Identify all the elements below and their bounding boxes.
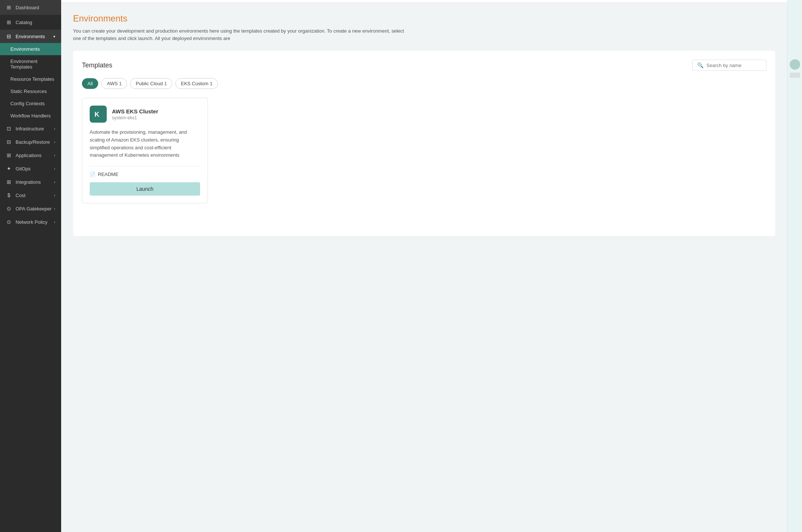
main-content: Environments You can create your develop… — [61, 0, 787, 532]
sidebar-item-infrastructure[interactable]: ⊡ Infrastructure › — [0, 122, 61, 135]
environments-label: Environments — [16, 34, 45, 39]
filter-tab-eks-custom[interactable]: EKS Custom 1 — [175, 78, 218, 89]
chevron-right-icon: › — [54, 180, 55, 184]
filter-tabs: All AWS 1 Public Cloud 1 EKS Custom 1 — [82, 78, 766, 89]
filter-tab-all[interactable]: All — [82, 78, 98, 89]
page-description: You can create your development and prod… — [73, 27, 407, 42]
sidebar-item-network-policy[interactable]: ⊙ Network Policy › — [0, 215, 61, 229]
search-box[interactable]: 🔍 — [692, 60, 766, 71]
card-title-group: AWS EKS Cluster system-eks1 — [112, 108, 158, 120]
card-description: Automate the provisioning, management, a… — [90, 129, 200, 159]
sidebar-item-backup-restore[interactable]: ⊟ Backup/Restore › — [0, 135, 61, 149]
search-icon: 🔍 — [697, 62, 703, 68]
dashboard-icon: ⊞ — [6, 4, 12, 10]
gitops-icon: ✦ — [6, 166, 12, 172]
templates-section: Templates 🔍 All AWS 1 Public Cloud 1 — [73, 51, 775, 236]
readme-icon: 📄 — [90, 172, 96, 177]
template-card: K AWS EKS Cluster system-eks1 Automate t… — [82, 98, 208, 203]
chevron-right-icon: › — [54, 167, 55, 171]
filter-tab-public-cloud[interactable]: Public Cloud 1 — [130, 78, 172, 89]
chevron-right-icon: › — [54, 153, 55, 157]
card-logo: K — [90, 106, 107, 123]
sidebar-item-environments[interactable]: Environments — [0, 43, 61, 55]
card-divider — [90, 166, 200, 166]
card-header: K AWS EKS Cluster system-eks1 — [90, 106, 200, 123]
sidebar-item-label: Dashboard — [16, 5, 39, 10]
filter-tab-aws[interactable]: AWS 1 — [101, 78, 127, 89]
sidebar-item-cost[interactable]: $ Cost › — [0, 189, 61, 202]
infrastructure-icon: ⊡ — [6, 126, 12, 132]
sidebar-item-gitops[interactable]: ✦ GitOps › — [0, 162, 61, 175]
chevron-right-icon: › — [54, 140, 55, 144]
chevron-right-icon: › — [54, 193, 55, 197]
sidebar-item-applications[interactable]: ⊞ Applications › — [0, 149, 61, 162]
right-panel-circle — [790, 59, 800, 70]
integrations-icon: ⊞ — [6, 179, 12, 185]
sidebar-item-catalog[interactable]: ⊞ Catalog — [0, 15, 61, 30]
svg-text:K: K — [95, 111, 99, 118]
sidebar-item-environment-templates[interactable]: Environment Templates — [0, 55, 61, 73]
sidebar-item-config-contexts[interactable]: Config Contexts — [0, 97, 61, 110]
environments-icon: ⊟ — [6, 33, 12, 39]
right-panel — [787, 0, 802, 532]
content-area: Environments You can create your develop… — [61, 3, 787, 532]
card-subtitle: system-eks1 — [112, 115, 158, 120]
launch-button[interactable]: Launch — [90, 182, 200, 196]
search-input[interactable] — [706, 63, 762, 68]
cost-icon: $ — [6, 192, 12, 198]
sidebar-item-opa-gatekeeper[interactable]: ⊙ OPA Gatekeeper › — [0, 202, 61, 215]
backup-icon: ⊟ — [6, 139, 12, 145]
sidebar: ⊞ Dashboard ⊞ Catalog ⊟ Environments ▾ E… — [0, 0, 61, 532]
sidebar-item-integrations[interactable]: ⊞ Integrations › — [0, 175, 61, 189]
catalog-icon: ⊞ — [6, 19, 12, 25]
readme-link[interactable]: 📄 README — [90, 172, 200, 177]
sidebar-environments-header[interactable]: ⊟ Environments ▾ — [0, 30, 61, 43]
chevron-down-icon: ▾ — [53, 34, 55, 39]
page-title: Environments — [73, 13, 775, 24]
opa-icon: ⊙ — [6, 206, 12, 212]
chevron-right-icon: › — [54, 220, 55, 224]
sidebar-item-dashboard[interactable]: ⊞ Dashboard — [0, 0, 61, 15]
sidebar-item-resource-templates[interactable]: Resource Templates — [0, 73, 61, 85]
sidebar-item-label: Catalog — [16, 20, 32, 25]
sidebar-item-workflow-handlers[interactable]: Workflow Handlers — [0, 110, 61, 122]
card-title: AWS EKS Cluster — [112, 108, 158, 114]
right-panel-rect — [790, 73, 800, 78]
applications-icon: ⊞ — [6, 152, 12, 158]
chevron-right-icon: › — [54, 127, 55, 131]
network-icon: ⊙ — [6, 219, 12, 225]
chevron-right-icon: › — [54, 207, 55, 211]
sidebar-item-static-resources[interactable]: Static Resources — [0, 85, 61, 97]
top-bar — [61, 0, 787, 3]
templates-title: Templates — [82, 61, 112, 69]
templates-header: Templates 🔍 — [82, 60, 766, 71]
